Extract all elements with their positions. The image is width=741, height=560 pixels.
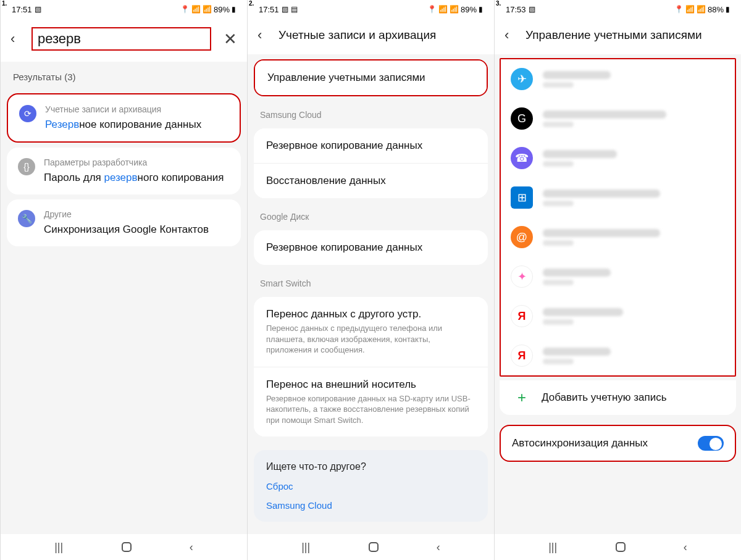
looking-for-card: Ищете что-то другое? Сброс Samsung Cloud <box>254 450 488 522</box>
step-number: 3. <box>496 0 501 7</box>
other-icon: 🔧 <box>18 210 35 227</box>
account-row[interactable]: ✈ <box>501 59 735 99</box>
home-button[interactable] <box>369 542 379 552</box>
pane-accounts-backup: 2. 17:51 ▧ ▤ 📍 📶 📶 89% ▮ ‹ Учетные запис… <box>247 0 494 560</box>
step-number: 1. <box>2 0 7 7</box>
auto-sync-toggle[interactable] <box>698 436 724 451</box>
row-label: Управление учетными записями <box>267 72 474 84</box>
smartswitch-external-row[interactable]: Перенос на внешний носитель Резервное ко… <box>254 367 488 437</box>
battery-icon: ▮ <box>479 5 483 14</box>
header: ‹ резерв ✕ <box>1 19 247 62</box>
windows-icon: ⊞ <box>511 186 533 209</box>
account-row[interactable]: ☎ <box>501 138 735 178</box>
accounts-icon: ⟳ <box>19 105 36 122</box>
row-label: Резервное копирование данных <box>266 241 475 254</box>
recents-button[interactable]: ||| <box>548 541 557 554</box>
account-row[interactable]: @ <box>501 217 735 257</box>
battery-icon: ▮ <box>726 5 730 14</box>
home-button[interactable] <box>122 542 132 552</box>
battery-percent: 89% <box>461 5 477 14</box>
viber-icon: ☎ <box>511 147 533 169</box>
samsung-cloud-link[interactable]: Samsung Cloud <box>266 500 475 511</box>
smartswitch-transfer-row[interactable]: Перенос данных с другого устр. Перенос д… <box>254 297 488 367</box>
home-button[interactable] <box>616 542 626 552</box>
result-category: Параметры разработчика <box>44 157 230 167</box>
result-dev-backup-password[interactable]: {} Параметры разработчика Пароль для рез… <box>7 148 241 194</box>
recents-button[interactable]: ||| <box>54 541 63 554</box>
search-input[interactable]: резерв <box>31 27 211 51</box>
gdrive-backup-row[interactable]: Резервное копирование данных <box>254 230 488 265</box>
wifi-icon: 📶 <box>685 5 695 14</box>
results-count: Результаты (3) <box>1 62 247 88</box>
auto-sync-row[interactable]: Автосинхронизация данных <box>500 425 736 462</box>
back-icon[interactable]: ‹ <box>504 27 517 43</box>
battery-icon: ▮ <box>232 5 236 14</box>
section-smart-switch: Smart Switch <box>248 270 494 292</box>
accounts-list: ✈ G ☎ ⊞ @ ✦ Я <box>500 58 736 377</box>
result-google-contacts-sync[interactable]: 🔧 Другие Синхронизация Google Контактов <box>7 199 241 246</box>
recents-button[interactable]: ||| <box>301 541 310 554</box>
result-category: Учетные записи и архивация <box>45 104 228 114</box>
result-title: Резервное копирование данных <box>45 118 228 132</box>
row-label: Резервное копирование данных <box>266 140 475 152</box>
account-row[interactable]: ✦ <box>501 257 735 296</box>
account-row[interactable]: G <box>501 99 735 138</box>
clear-search-icon[interactable]: ✕ <box>224 30 237 49</box>
signal-icon: 📶 <box>203 5 212 14</box>
signal-icon: 📶 <box>450 5 459 14</box>
page-title: Управление учетными записями <box>525 28 731 42</box>
nav-bar: ||| ‹ <box>248 534 494 560</box>
status-time: 17:51 <box>259 5 279 14</box>
nav-bar: ||| ‹ <box>495 534 741 560</box>
auto-sync-label: Автосинхронизация данных <box>512 437 648 449</box>
developer-icon: {} <box>18 158 35 175</box>
back-icon[interactable]: ‹ <box>257 27 270 43</box>
back-icon[interactable]: ‹ <box>10 31 23 47</box>
signal-icon: 📶 <box>697 5 706 14</box>
account-row[interactable]: Я <box>501 336 735 375</box>
cloud-backup-row[interactable]: Резервное копирование данных <box>254 128 488 163</box>
location-icon: 📍 <box>674 5 684 14</box>
header: ‹ Учетные записи и архивация <box>248 19 494 54</box>
row-sub: Резервное копирование данных на SD-карту… <box>266 393 475 426</box>
screenshot-icon: ▧ <box>529 5 535 14</box>
row-label: Перенос на внешний носитель <box>266 378 475 391</box>
yandex-icon: Я <box>511 345 533 367</box>
account-row[interactable]: Я <box>501 296 735 336</box>
page-title: Учетные записи и архивация <box>278 28 484 42</box>
section-samsung-cloud: Samsung Cloud <box>248 101 494 123</box>
result-category: Другие <box>44 209 230 219</box>
mail-icon: @ <box>511 226 533 248</box>
result-title: Пароль для резервного копирования <box>44 171 230 185</box>
status-bar: 17:51 ▧ ▤ 📍 📶 📶 89% ▮ <box>248 0 494 19</box>
pane-search: 1. 17:51 ▧ 📍 📶 📶 89% ▮ ‹ резерв ✕ Резуль… <box>0 0 247 560</box>
back-button[interactable]: ‹ <box>190 541 193 554</box>
plus-icon: + <box>513 389 530 406</box>
step-number: 2. <box>249 0 254 7</box>
header: ‹ Управление учетными записями <box>495 19 741 54</box>
add-account-row[interactable]: + Добавить учетную запись <box>500 380 736 415</box>
image-icon: ▤ <box>291 5 298 14</box>
account-row[interactable]: ⊞ <box>501 178 735 217</box>
status-time: 17:53 <box>506 5 526 14</box>
row-sub: Перенос данных с предыдущего телефона ил… <box>266 323 475 356</box>
result-title: Синхронизация Google Контактов <box>44 223 230 236</box>
wifi-icon: 📶 <box>438 5 448 14</box>
back-button[interactable]: ‹ <box>684 541 687 554</box>
yandex-icon: Я <box>511 305 533 327</box>
result-backup[interactable]: ⟳ Учетные записи и архивация Резервное к… <box>7 93 241 143</box>
cloud-restore-row[interactable]: Восстановление данных <box>254 163 488 198</box>
row-label: Восстановление данных <box>266 175 475 187</box>
manage-accounts-row[interactable]: Управление учетными записями <box>255 61 487 95</box>
telegram-icon: ✈ <box>511 68 533 90</box>
battery-percent: 88% <box>708 5 724 14</box>
row-label: Перенос данных с другого устр. <box>266 308 475 320</box>
pane-manage-accounts: 3. 17:53 ▧ 📍 📶 📶 88% ▮ ‹ Управление учет… <box>494 0 741 560</box>
status-bar: 17:53 ▧ 📍 📶 📶 88% ▮ <box>495 0 741 19</box>
reset-link[interactable]: Сброс <box>266 481 475 491</box>
back-button[interactable]: ‹ <box>437 541 440 554</box>
nav-bar: ||| ‹ <box>1 534 247 560</box>
location-icon: 📍 <box>180 5 190 14</box>
status-time: 17:51 <box>12 5 32 14</box>
star-icon: ✦ <box>511 265 533 288</box>
